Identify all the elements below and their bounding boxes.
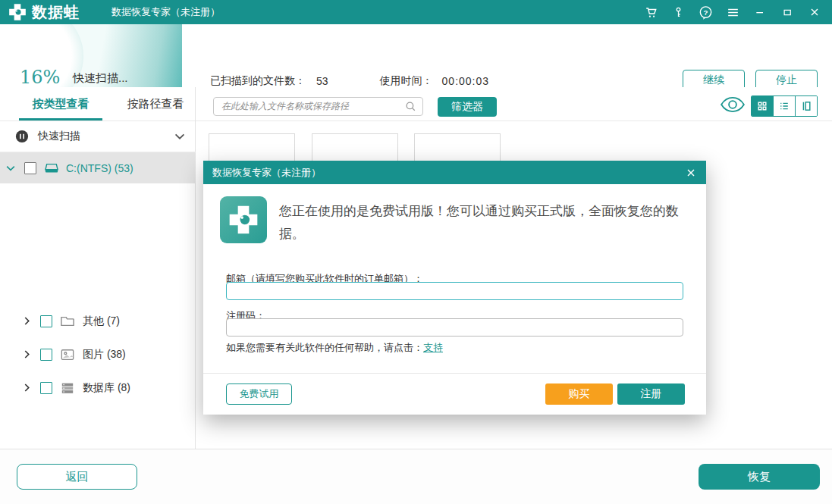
toolbar: 按类型查看 按路径查看 筛选器 [0,87,832,121]
titlebar-icons: ? [641,0,824,24]
dialog-close-icon[interactable] [682,164,700,182]
files-scanned-label: 已扫描到的文件数： [210,74,306,88]
drive-c-checkbox[interactable] [24,162,36,174]
dialog-footer: 免费试用 购买 注册 [203,373,706,415]
tab-view-by-type[interactable]: 按类型查看 [19,87,102,121]
tree-item-label: 其他 (7) [83,315,120,328]
grid-view-icon[interactable] [752,96,773,116]
elapsed-time-label: 使用时间： [380,74,433,88]
chevron-right-icon[interactable] [21,349,33,360]
register-button[interactable]: 注册 [617,383,685,405]
svg-text:?: ? [703,8,708,16]
chevron-down-icon[interactable] [5,162,17,174]
help-text: 如果您需要有关此软件的任何帮助，请点击： [226,342,423,353]
tree-item-images[interactable]: 图片 (38) [0,339,196,370]
back-button[interactable]: 返回 [17,464,137,490]
registration-code-field[interactable] [226,318,683,337]
maximize-icon[interactable] [777,2,797,22]
image-icon [60,348,75,362]
database-checkbox[interactable] [40,382,52,394]
dialog-title: 数据恢复专家（未注册） [212,166,321,180]
tree-item-other[interactable]: 其他 (7) [0,305,196,337]
help-line: 如果您需要有关此软件的任何帮助，请点击：支持 [226,341,443,355]
progress-percent: 16% [20,67,60,87]
menu-icon[interactable] [723,2,743,22]
database-icon [60,381,75,395]
tab-view-by-path[interactable]: 按路径查看 [114,87,197,121]
chevron-down-icon[interactable] [173,130,187,143]
brand: 数据蛙 [8,2,80,23]
sidebar: 快速扫描 C:(NTFS) (53) 其他 (7) [0,121,196,449]
tree-item-label: C:(NTFS) (53) [66,162,133,174]
search-input[interactable] [214,101,404,112]
app-logo-icon [8,2,27,22]
files-scanned-count: 53 [316,75,328,87]
tree-item-label: 数据库 (8) [83,381,130,395]
recover-button[interactable]: 恢复 [699,464,820,490]
drive-icon [44,161,59,175]
scan-stats: 已扫描到的文件数： 53 使用时间： 00:00:03 [210,74,489,88]
list-view-icon[interactable] [773,96,795,116]
email-field[interactable] [226,282,683,300]
free-trial-button[interactable]: 免费试用 [226,383,292,405]
dialog-header: 数据恢复专家（未注册） [203,161,706,184]
minimize-icon[interactable] [750,2,770,22]
search-box [213,97,423,116]
bottom-bar: 返回 恢复 [0,449,832,504]
buy-button[interactable]: 购买 [545,383,613,405]
window-title: 数据恢复专家（未注册） [111,5,220,19]
trial-message: 您正在使用的是免费试用版！您可以通过购买正式版，全面恢复您的数据。 [279,200,681,246]
images-checkbox[interactable] [40,349,52,361]
pause-icon[interactable] [15,130,29,143]
scan-section-label: 快速扫描 [38,130,80,143]
preview-eye-icon[interactable] [719,95,746,114]
cart-icon[interactable] [641,2,661,22]
support-link[interactable]: 支持 [423,342,443,353]
chevron-right-icon[interactable] [21,315,33,327]
search-icon[interactable] [404,100,417,113]
folder-icon [60,315,75,328]
registration-dialog: 数据恢复专家（未注册） 您正在使用的是免费试用版！您可以通过购买正式版，全面恢复… [203,161,706,415]
chevron-right-icon[interactable] [21,382,33,393]
close-icon[interactable] [805,2,824,22]
other-checkbox[interactable] [40,315,52,327]
app-window: 数据蛙 数据恢复专家（未注册） ? [0,0,832,504]
brand-name: 数据蛙 [32,2,80,23]
tree-item-database[interactable]: 数据库 (8) [0,372,196,403]
titlebar: 数据蛙 数据恢复专家（未注册） ? [0,0,832,24]
key-icon[interactable] [668,2,688,22]
elapsed-time-value: 00:00:03 [442,75,490,87]
filter-button[interactable]: 筛选器 [438,97,497,117]
app-logo-badge [220,196,267,243]
column-view-icon[interactable] [795,96,817,116]
help-icon[interactable]: ? [695,2,715,22]
scan-header: 16% 快速扫描... 已扫描到的文件数： 53 使用时间： 00:00:03 … [0,24,832,87]
tree-item-label: 图片 (38) [83,348,126,362]
view-tabs: 按类型查看 按路径查看 [0,87,196,121]
view-mode-switch [751,95,818,117]
tree-item-drive-c[interactable]: C:(NTFS) (53) [0,152,196,183]
scan-section-header[interactable]: 快速扫描 [0,121,196,152]
progress-panel: 16% 快速扫描... [0,24,182,87]
scan-status-label: 快速扫描... [73,71,128,86]
